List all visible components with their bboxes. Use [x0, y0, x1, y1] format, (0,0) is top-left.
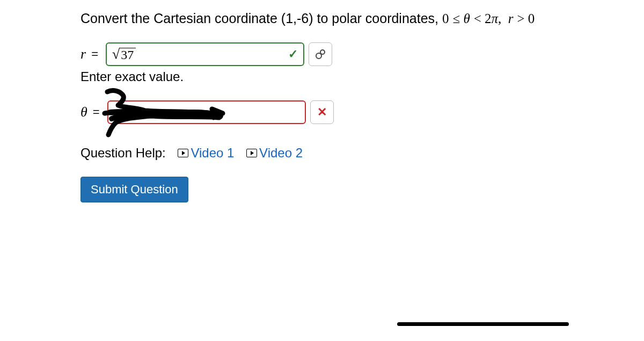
equals-sign: =	[91, 47, 98, 61]
r-answer-row: r = √37 ✓	[80, 42, 644, 66]
preview-icon	[314, 48, 327, 61]
submit-button[interactable]: Submit Question	[80, 177, 188, 202]
video-2-label: Video 2	[259, 146, 303, 161]
svg-line-2	[320, 54, 321, 54]
question-prefix: Convert the Cartesian coordinate (1,-6) …	[80, 11, 442, 26]
preview-button[interactable]	[309, 42, 332, 66]
theta-input[interactable]	[107, 100, 306, 124]
theta-answer-row: θ = ✕	[80, 100, 644, 124]
video-1-link[interactable]: Video 1	[178, 146, 234, 161]
check-icon: ✓	[288, 47, 298, 61]
r-input[interactable]: √37 ✓	[106, 42, 304, 66]
r-input-value: √37	[112, 46, 136, 62]
r-variable-label: r	[80, 46, 86, 62]
play-icon	[178, 149, 188, 157]
question-text: Convert the Cartesian coordinate (1,-6) …	[80, 11, 644, 26]
submit-label: Submit Question	[91, 183, 178, 196]
hint-text: Enter exact value.	[80, 69, 644, 84]
theta-variable-label: θ	[80, 104, 87, 120]
cross-icon: ✕	[317, 105, 327, 119]
question-help-row: Question Help: Video 1 Video 2	[80, 146, 644, 161]
video-1-label: Video 1	[191, 146, 234, 161]
play-icon	[246, 149, 257, 157]
equals-sign: =	[93, 105, 100, 119]
svg-point-1	[320, 50, 325, 54]
video-2-link[interactable]: Video 2	[246, 146, 303, 161]
help-label: Question Help:	[80, 146, 166, 161]
underline-annotation	[397, 322, 569, 326]
incorrect-indicator: ✕	[310, 100, 334, 124]
